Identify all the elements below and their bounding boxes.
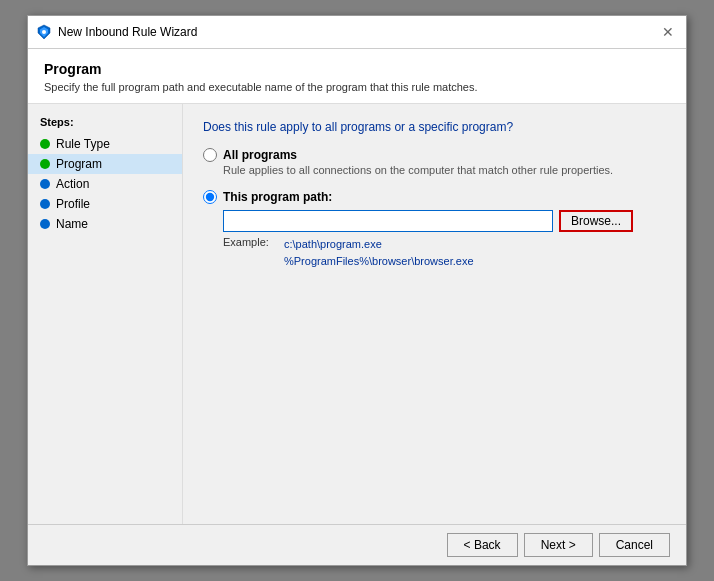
question-text: Does this rule apply to all programs or … (203, 120, 666, 134)
window-title: New Inbound Rule Wizard (58, 25, 197, 39)
sidebar-label-program: Program (56, 157, 102, 171)
sidebar-item-action[interactable]: Action (28, 174, 182, 194)
option-all-programs-row: All programs (203, 148, 666, 162)
radio-all-programs[interactable] (203, 148, 217, 162)
option-this-path-row: This program path: (203, 190, 666, 204)
sidebar-item-rule-type[interactable]: Rule Type (28, 134, 182, 154)
title-bar-left: New Inbound Rule Wizard (36, 24, 197, 40)
sidebar-item-program[interactable]: Program (28, 154, 182, 174)
content-area: Steps: Rule Type Program Action Profile … (28, 104, 686, 524)
sidebar-label-rule-type: Rule Type (56, 137, 110, 151)
path-input-row: Browse... (223, 210, 666, 232)
dot-rule-type (40, 139, 50, 149)
option-all-programs-desc: Rule applies to all connections on the c… (223, 164, 666, 176)
sidebar-label-action: Action (56, 177, 89, 191)
footer: < Back Next > Cancel (28, 524, 686, 565)
sidebar-item-name[interactable]: Name (28, 214, 182, 234)
radio-this-program[interactable] (203, 190, 217, 204)
svg-point-2 (42, 30, 46, 34)
option-all-programs: All programs Rule applies to all connect… (203, 148, 666, 176)
option-all-programs-label[interactable]: All programs (223, 148, 297, 162)
sidebar: Steps: Rule Type Program Action Profile … (28, 104, 183, 524)
example-paths: c:\path\program.exe %ProgramFiles%\brows… (284, 236, 474, 269)
back-button[interactable]: < Back (447, 533, 518, 557)
example-section: Example: c:\path\program.exe %ProgramFil… (223, 236, 666, 269)
main-content: Does this rule apply to all programs or … (183, 104, 686, 524)
option-this-path-label[interactable]: This program path: (223, 190, 332, 204)
wizard-window: New Inbound Rule Wizard ✕ Program Specif… (27, 15, 687, 566)
page-header: Program Specify the full program path an… (28, 49, 686, 104)
example-line2: %ProgramFiles%\browser\browser.exe (284, 255, 474, 267)
dot-name (40, 219, 50, 229)
program-path-section: Browse... Example: c:\path\program.exe %… (223, 210, 666, 269)
close-button[interactable]: ✕ (658, 22, 678, 42)
title-bar: New Inbound Rule Wizard ✕ (28, 16, 686, 49)
cancel-button[interactable]: Cancel (599, 533, 670, 557)
example-line1: c:\path\program.exe (284, 238, 382, 250)
dot-program (40, 159, 50, 169)
page-title: Program (44, 61, 670, 77)
option-this-path: This program path: Browse... Example: c:… (203, 190, 666, 269)
page-description: Specify the full program path and execut… (44, 81, 670, 93)
dot-action (40, 179, 50, 189)
sidebar-label-profile: Profile (56, 197, 90, 211)
shield-icon (36, 24, 52, 40)
path-input[interactable] (223, 210, 553, 232)
browse-button[interactable]: Browse... (559, 210, 633, 232)
next-button[interactable]: Next > (524, 533, 593, 557)
example-label: Example: (223, 236, 278, 269)
sidebar-section-label: Steps: (28, 116, 182, 134)
dot-profile (40, 199, 50, 209)
radio-group: All programs Rule applies to all connect… (203, 148, 666, 269)
sidebar-label-name: Name (56, 217, 88, 231)
sidebar-item-profile[interactable]: Profile (28, 194, 182, 214)
